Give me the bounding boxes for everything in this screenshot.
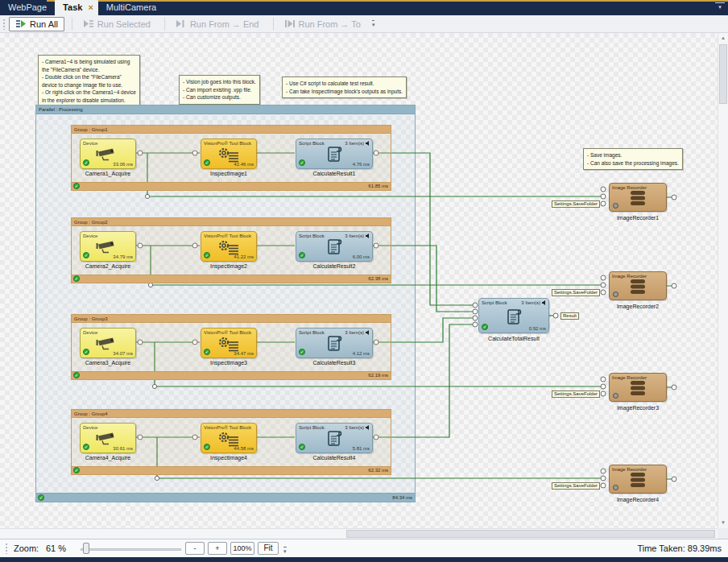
node-time: 6.00 ms [353,254,370,259]
camera-icon [96,147,120,163]
zoom-value: 61 % [46,543,66,553]
status-ok-icon: ✓ [83,349,89,355]
statusbar-grip[interactable] [5,543,8,554]
node-type-label: Script Block [299,233,325,238]
window-bottom-edge [0,557,728,562]
tab-list-dropdown-icon[interactable]: ▾ [715,2,725,10]
scroll-down-icon[interactable]: ▼ [718,518,728,528]
imagerecorder4-node[interactable]: Image Recorder [609,465,667,494]
camera3-acquire-node[interactable]: Device ✓ 34.07 ms [80,328,136,358]
calculatetotalresult-node[interactable]: Script Block3 Item(s) ✓ 0.92 ms [478,298,549,333]
script-icon [325,429,343,448]
group-header: Group : Group4 [72,410,391,418]
button-label: Run All [30,19,58,29]
node-label: Camera4_Acquire [68,455,148,461]
group-header: Group : Group1 [72,126,391,134]
tab-multicamera[interactable]: MultiCamera [98,0,164,15]
run-from-end-button[interactable]: Run From → End [169,17,266,31]
time-taken-text: Time Taken: 89.39ms [637,543,722,553]
group-group4[interactable]: Group : Group4 Device ✓ 30.61 ms Camera4… [71,409,391,475]
node-type-label: Script Block [482,300,507,305]
group-group2[interactable]: Group : Group2 Device ✓ 34.79 ms Camera2… [71,217,391,283]
node-type-label: Script Block [299,425,325,430]
inspectimage1-node[interactable]: VisionPro® Tool Block ✓ 42.46 ms [201,138,257,169]
imagerecorder3-node[interactable]: Image Recorder [609,373,667,402]
node-label: CalculateResult1 [294,171,374,176]
item-count-badge: 3 Item(s) [345,141,364,146]
scrollbar-corner [718,528,728,539]
scroll-up-icon[interactable]: ▲ [718,33,728,43]
group-group1[interactable]: Group : Group1 Device ✓ 33.06 ms Camera1… [71,125,391,191]
node-time: 34.79 ms [113,254,133,259]
zoom-out-button[interactable]: - [185,542,205,555]
node-time: 4.12 ms [353,351,370,356]
speaker-icon [366,233,370,238]
savefolder-port-tag: Settings.SaveFolder [552,482,600,490]
run-all-icon [15,19,27,28]
status-idle-icon [613,393,618,399]
inspectimage2-node[interactable]: VisionPro® Tool Block ✓ 41.22 ms [201,231,257,262]
zoom-in-button[interactable]: + [208,542,227,555]
group-group3[interactable]: Group : Group3 Device ✓ 34.07 ms Camera3… [71,314,391,380]
zoom-slider-handle[interactable] [83,543,89,554]
calculateresult3-node[interactable]: Script Block3 Item(s) ✓ 4.12 ms [296,328,373,358]
toolbar-overflow-icon[interactable]: ▾ [372,20,375,28]
close-icon[interactable]: × [88,2,93,12]
button-label: Run From → End [190,19,259,29]
run-toolbar: Run All Run Selected Run From → End Run … [0,15,728,33]
zoom-100-button[interactable]: 100% [230,542,254,555]
zoom-slider-track[interactable] [81,548,181,551]
node-label: CalculateTotalResult [474,336,554,341]
node-label: Camera1_Acquire [68,171,148,176]
group-footer: ✓ 62.38 ms [72,275,391,283]
run-from-end-icon [176,19,187,28]
statusbar-overflow-icon[interactable]: ▾ [283,547,287,555]
node-label: CalculateResult3 [294,360,374,366]
item-count-badge: 3 Item(s) [521,300,540,305]
group-header: Group : Group2 [72,218,391,226]
toolbar-grip[interactable] [2,19,6,30]
node-type-label: Device [83,233,97,238]
group-time: 61.85 ms [368,184,388,188]
run-all-button[interactable]: Run All [9,17,64,31]
calculateresult2-node[interactable]: Script Block3 Item(s) ✓ 6.00 ms [296,231,373,262]
run-from-to-button[interactable]: Run From → To [278,17,367,31]
imagerecorder2-node[interactable]: Image Recorder [609,271,667,300]
script-icon [325,238,343,257]
status-bar: Zoom: 61 % - + 100% Fit ▾ Time Taken: 89… [0,539,728,557]
vertical-scrollbar[interactable]: ▲ ▼ [718,33,728,528]
camera2-acquire-node[interactable]: Device ✓ 34.79 ms [80,231,136,262]
run-selected-button[interactable]: Run Selected [77,17,157,31]
status-ok-icon: ✓ [83,159,89,166]
status-ok-icon: ✓ [83,252,89,258]
tab-task[interactable]: Task× [55,0,98,15]
camera4-acquire-node[interactable]: Device ✓ 30.61 ms [80,423,136,453]
button-label: Run Selected [97,19,151,29]
savefolder-port-tag: Settings.SaveFolder [552,289,600,296]
imagerecorder1-node[interactable]: Image Recorder [609,183,667,212]
tab-bar: WebPage Task× MultiCamera ▾ [0,0,728,15]
camera1-acquire-node[interactable]: Device ✓ 33.06 ms [80,138,136,169]
item-count-badge: 3 Item(s) [345,330,364,335]
database-icon [627,189,648,207]
flow-canvas[interactable]: - Camera1~4 is being simulated usingthe … [0,33,718,528]
node-label: ImageRecorder4 [597,497,679,502]
node-type-label: VisionPro® Tool Block [204,233,251,238]
zoom-fit-button[interactable]: Fit [258,542,279,555]
node-label: Camera3_Acquire [68,360,148,366]
calculateresult4-node[interactable]: Script Block3 Item(s) ✓ 5.81 ms [296,423,373,453]
toolbar-separator [72,18,72,31]
status-ok-icon: ✓ [299,252,305,258]
node-label: InspectImage4 [188,455,269,461]
inspectimage3-node[interactable]: VisionPro® Tool Block ✓ 34.47 ms [201,328,257,358]
calculateresult1-node[interactable]: Script Block3 Item(s) ✓ 4.76 ms [296,138,373,169]
horizontal-scrollbar[interactable] [0,528,718,539]
tab-webpage[interactable]: WebPage [0,0,55,15]
run-selected-icon [83,19,94,28]
status-ok-icon: ✓ [482,324,488,330]
inspectimage4-node[interactable]: VisionPro® Tool Block ✓ 44.58 ms [201,423,257,453]
vertical-scrollbar-thumb[interactable] [719,44,727,104]
node-time: 42.46 ms [234,162,254,167]
horizontal-scrollbar-thumb[interactable] [346,530,715,538]
status-ok-icon: ✓ [204,252,210,258]
